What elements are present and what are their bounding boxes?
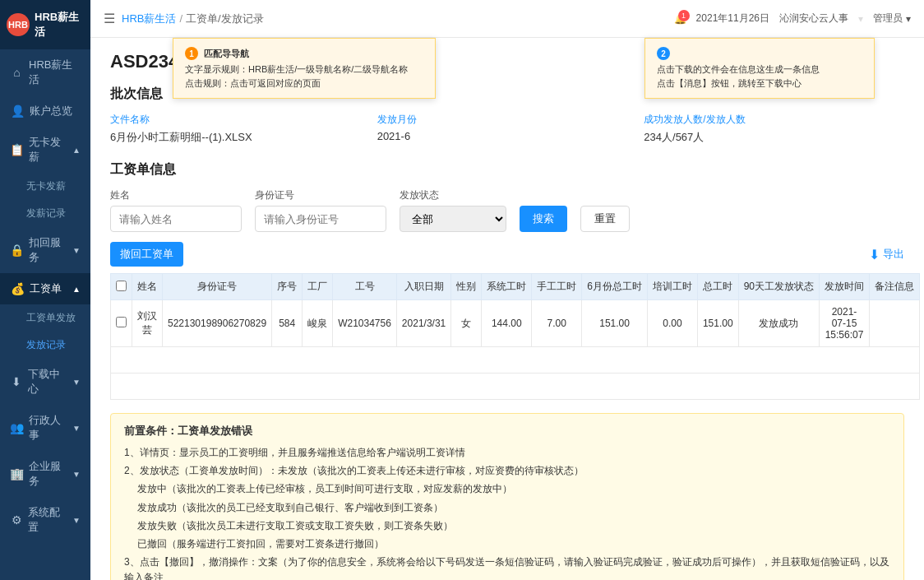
th-checkbox <box>111 274 132 300</box>
deduct-icon: 🔒 <box>10 244 24 257</box>
batch-month-value: 2021-6 <box>377 130 638 142</box>
info-item-2a: 发放中（该批次的工资表上传已经审核，员工到时间可进行支取，对应发薪的发放中） <box>124 481 890 497</box>
sidebar-subitem-payroll-release[interactable]: 工资单发放 <box>0 304 90 332</box>
tooltip1-line1: 文字显示规则：HRB薪生活/一级导航名称/二级导航名称 <box>185 63 423 76</box>
tooltip2-line1: 点击下载的文件会在信息这生成一条信息 <box>657 63 862 76</box>
td-remark <box>870 300 920 347</box>
td-id: 522130198906270829 <box>163 300 272 347</box>
td-total: 151.00 <box>697 300 738 347</box>
topbar-date: 2021年11月26日 <box>696 12 769 26</box>
sidebar-item-download[interactable]: ⬇ 下载中心 ▼ <box>0 359 90 405</box>
select-all-checkbox[interactable] <box>116 281 127 291</box>
status-label: 发放状态 <box>400 188 506 202</box>
chevron-down-icon: ▼ <box>72 246 81 255</box>
sidebar-item-enterprise[interactable]: 🏢 企业服务 ▼ <box>0 451 90 497</box>
export-label: 导出 <box>883 247 904 262</box>
username: 管理员 <box>873 12 903 26</box>
tooltip1-line2: 点击规则：点击可返回对应的页面 <box>185 77 423 90</box>
th-sys-hours: 系统工时 <box>482 274 532 300</box>
sidebar-item-sysconfig[interactable]: ⚙ 系统配置 ▼ <box>0 497 90 543</box>
tooltip1-title: 匹配导导航 <box>204 49 249 58</box>
sidebar-item-hr[interactable]: 👥 行政人事 ▼ <box>0 405 90 451</box>
td-manual-hours: 7.00 <box>532 300 582 347</box>
batch-filename-value: 6月份小时工薪明细--(1).XLSX <box>110 130 371 145</box>
th-remark: 备注信息 <box>870 274 920 300</box>
id-input[interactable] <box>255 206 386 232</box>
td-gender: 女 <box>451 300 482 347</box>
sidebar-label-enterprise: 企业服务 <box>29 459 67 489</box>
batch-count-value: 234人/567人 <box>644 130 904 145</box>
search-button[interactable]: 搜索 <box>520 206 567 232</box>
chevron-down-icon2: ▼ <box>72 378 81 387</box>
row-checkbox[interactable] <box>116 317 127 327</box>
export-button[interactable]: ⬇ 导出 <box>869 247 904 262</box>
batch-month-label: 发放月份 <box>377 113 638 127</box>
td-hiredate: 2021/3/31 <box>396 300 450 347</box>
logo-icon: HRB <box>7 13 30 36</box>
td-checkbox <box>111 300 132 347</box>
batch-count-label: 成功发放人数/发放人数 <box>644 113 904 127</box>
topbar-right: 🔔 1 2021年11月26日 沁润安心云人事 ▾ 管理员 ▾ <box>674 12 911 26</box>
table-row-empty1 <box>111 347 920 374</box>
action-bar: 撤回工资单 ⬇ 导出 <box>110 242 904 267</box>
status-field: 发放状态 全部 未发放 发放中 发放成功 发放失败 已撤回 <box>400 188 506 232</box>
download-arrow-icon: ⬇ <box>869 247 880 262</box>
reset-button[interactable]: 重置 <box>580 206 630 232</box>
breadcrumb-home[interactable]: HRB薪生活 <box>122 12 176 26</box>
user-menu[interactable]: 管理员 ▾ <box>873 12 911 26</box>
sidebar-subitem-nocard-record[interactable]: 发薪记录 <box>0 200 90 227</box>
sidebar-label-account: 账户总览 <box>30 104 72 118</box>
info-box-title: 前置条件：工资单发放错误 <box>124 424 890 438</box>
th-name: 姓名 <box>132 274 163 300</box>
sidebar-item-payroll[interactable]: 💰 工资单 ▲ <box>0 273 90 304</box>
topbar-location: 沁润安心云人事 <box>779 12 848 26</box>
home-icon: ⌂ <box>10 66 24 79</box>
bell-badge: 1 <box>678 10 690 21</box>
table-row-empty2 <box>111 374 920 400</box>
topbar: ☰ HRB薪生活 / 工资单/发放记录 1 匹配导导航 文字显示规则：HRB薪生… <box>90 0 924 38</box>
sidebar-subitem-payroll-record[interactable]: 发放记录 <box>0 332 90 359</box>
content-area: ASD234765SDF89-3 批次信息 文件名称 6月份小时工薪明细--(1… <box>90 38 924 580</box>
info-box: 前置条件：工资单发放错误 1、详情页：显示员工的工资明细，并且服务端推送信息给客… <box>110 413 904 580</box>
th-90day: 90天工发放状态 <box>738 274 819 300</box>
info-item-2: 2、发放状态（工资单发放时间）：未发放（该批次的工资表上传还未进行审核，对应资费… <box>124 463 890 479</box>
sidebar-label-hr: 行政人事 <box>29 413 67 443</box>
account-icon: 👤 <box>10 104 25 118</box>
info-item-2c: 发放失败（该批次员工未进行支取工资或支取工资失败，则工资条失败） <box>124 518 890 534</box>
th-release-time: 发放时间 <box>820 274 870 300</box>
th-hiredate: 入职日期 <box>396 274 450 300</box>
name-label: 姓名 <box>110 188 242 202</box>
sidebar: HRB HRB薪生活 ⌂ HRB薪生活 👤 账户总览 📋 无卡发薪 ▲ 无卡发薪… <box>0 0 90 580</box>
id-field: 身份证号 <box>255 188 386 232</box>
sidebar-item-nocard[interactable]: 📋 无卡发薪 ▲ <box>0 127 90 173</box>
recall-button[interactable]: 撤回工资单 <box>110 242 183 267</box>
sidebar-label-deduct: 扣回服务 <box>29 235 67 265</box>
td-release-time: 2021-07-15 15:56:07 <box>820 300 870 347</box>
sidebar-label-sysconfig: 系统配置 <box>28 505 67 535</box>
status-select[interactable]: 全部 未发放 发放中 发放成功 发放失败 已撤回 <box>400 206 506 232</box>
td-training: 0.00 <box>647 300 697 347</box>
chevron-up-icon2: ▲ <box>72 285 81 294</box>
th-jun-total: 6月份总工时 <box>582 274 648 300</box>
menu-icon[interactable]: ☰ <box>104 11 115 26</box>
hr-icon: 👥 <box>10 421 24 434</box>
enterprise-icon: 🏢 <box>10 467 24 480</box>
sidebar-item-account[interactable]: 👤 账户总览 <box>0 95 90 127</box>
th-empno: 工号 <box>333 274 397 300</box>
tooltip2-badge: 2 <box>657 47 670 60</box>
tooltip1-badge: 1 <box>185 47 198 60</box>
data-table: 姓名 身份证号 序号 工厂 工号 入职日期 性别 系统工时 手工工时 6月份总工… <box>110 273 920 400</box>
td-name: 刘汉芸 <box>132 300 163 347</box>
payroll-icon: 💰 <box>10 282 25 295</box>
sidebar-subitem-nocard-pay[interactable]: 无卡发薪 <box>0 173 90 200</box>
batch-filename-label: 文件名称 <box>110 113 371 127</box>
info-box-content: 1、详情页：显示员工的工资明细，并且服务端推送信息给客户端说明工资详情 2、发放… <box>124 445 890 580</box>
bell-button[interactable]: 🔔 1 <box>674 13 686 25</box>
th-manual-hours: 手工工时 <box>532 274 582 300</box>
name-input[interactable] <box>110 206 242 232</box>
sidebar-item-deduct[interactable]: 🔒 扣回服务 ▼ <box>0 227 90 273</box>
table-header-row: 姓名 身份证号 序号 工厂 工号 入职日期 性别 系统工时 手工工时 6月份总工… <box>111 274 920 300</box>
td-jun-total: 151.00 <box>582 300 648 347</box>
sidebar-item-hrb[interactable]: ⌂ HRB薪生活 <box>0 49 90 95</box>
sidebar-label-payroll: 工资单 <box>30 281 62 296</box>
